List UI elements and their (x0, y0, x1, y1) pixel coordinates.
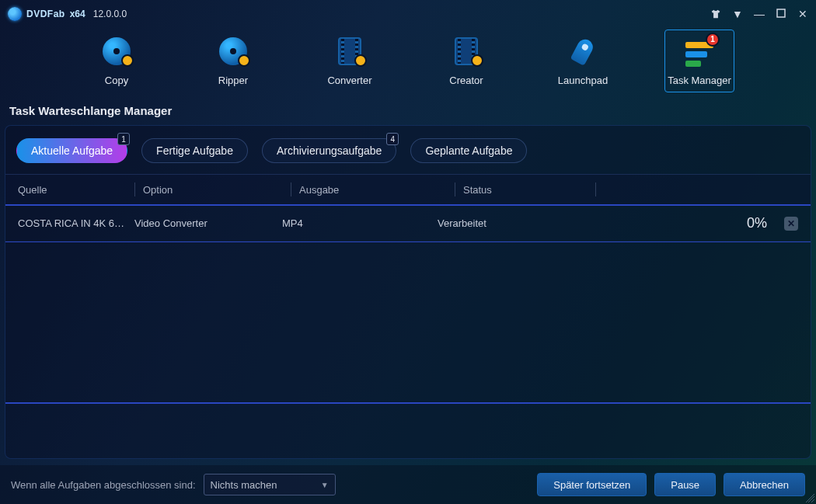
tab-done-label: Fertige Aufgabe (156, 144, 233, 157)
select-value: Nichts machen (211, 479, 277, 491)
maximize-icon[interactable] (776, 9, 786, 19)
tab-scheduled[interactable]: Geplante Aufgabe (410, 138, 527, 163)
app-logo: DVDFab x64 (8, 7, 85, 21)
row-remove-button[interactable]: ✕ (784, 217, 798, 231)
nav-task-manager-label: Task Manager (668, 75, 731, 86)
pause-button[interactable]: Pause (654, 473, 716, 496)
nav-ripper[interactable]: Ripper (198, 30, 268, 92)
disc-ripper-icon (218, 36, 249, 67)
close-icon[interactable]: ✕ (797, 9, 808, 19)
task-panel: Aktuelle Aufgabe 1 Fertige Aufgabe Archi… (5, 125, 811, 459)
film-creator-icon (451, 36, 482, 67)
footer: Wenn alle Aufgaben abgeschlossen sind: N… (0, 465, 816, 504)
footer-label: Wenn alle Aufgaben abgeschlossen sind: (11, 479, 196, 491)
nav-converter[interactable]: Converter (315, 30, 385, 92)
tab-current-label: Aktuelle Aufgabe (31, 144, 113, 157)
resume-later-button[interactable]: Später fortsetzen (537, 473, 647, 496)
table-header: Quelle Option Ausgabe Status (5, 174, 811, 204)
tab-current-badge: 1 (117, 133, 130, 145)
row-status: Verarbeitet (438, 217, 570, 229)
tab-archive-badge: 4 (386, 133, 399, 145)
resize-grip[interactable] (805, 493, 814, 502)
nav-launchpad-label: Launchpad (558, 75, 608, 86)
film-converter-icon (334, 36, 365, 67)
col-status: Status (463, 184, 595, 196)
row-source: COSTA RICA IN 4K 60… (18, 217, 134, 229)
tab-done[interactable]: Fertige Aufgabe (141, 138, 248, 163)
task-tabs: Aktuelle Aufgabe 1 Fertige Aufgabe Archi… (5, 126, 811, 174)
row-output: MP4 (282, 217, 438, 229)
app-edition: x64 (70, 9, 85, 19)
task-badge: 1 (706, 33, 720, 47)
nav-copy-label: Copy (105, 75, 128, 86)
nav-creator-label: Creator (449, 75, 483, 86)
row-progress: 0% (747, 215, 767, 231)
tab-archive[interactable]: Archivierungsaufgabe 4 (262, 138, 396, 163)
col-option: Option (143, 184, 291, 196)
col-output: Ausgabe (299, 184, 455, 196)
nav-converter-label: Converter (327, 75, 371, 86)
rocket-icon (567, 36, 598, 67)
nav-creator[interactable]: Creator (431, 30, 501, 92)
chevron-down-icon: ▼ (321, 481, 329, 489)
table-row[interactable]: COSTA RICA IN 4K 60… Video Converter MP4… (5, 206, 811, 242)
tab-archive-label: Archivierungsaufgabe (277, 144, 382, 157)
app-brand: DVDFab (26, 9, 65, 19)
disc-icon (101, 36, 132, 67)
app-logo-icon (8, 7, 22, 21)
col-source: Quelle (18, 184, 134, 196)
top-nav: Copy Ripper Converter Creator Launchpad … (0, 28, 816, 98)
svg-rect-0 (777, 9, 785, 17)
title-bar: DVDFab x64 12.0.0.0 ▼ — ✕ (0, 0, 816, 28)
nav-ripper-label: Ripper (218, 75, 248, 86)
tab-current[interactable]: Aktuelle Aufgabe 1 (16, 138, 127, 163)
dropdown-icon[interactable]: ▼ (732, 9, 743, 19)
nav-task-manager[interactable]: 1 Task Manager (664, 30, 734, 92)
table-body: COSTA RICA IN 4K 60… Video Converter MP4… (5, 204, 811, 242)
minimize-icon[interactable]: — (754, 9, 765, 19)
window-controls: ▼ — ✕ (710, 9, 808, 19)
cancel-button[interactable]: Abbrechen (724, 473, 805, 496)
row-option: Video Converter (134, 217, 282, 229)
tasks-icon: 1 (684, 36, 715, 67)
app-version: 12.0.0.0 (93, 9, 127, 19)
tshirt-icon[interactable] (710, 9, 721, 19)
after-complete-select[interactable]: Nichts machen ▼ (204, 474, 336, 495)
page-title: Task Warteschlange Manager (0, 98, 816, 125)
tab-scheduled-label: Geplante Aufgabe (425, 144, 512, 157)
nav-launchpad[interactable]: Launchpad (548, 30, 618, 92)
nav-copy[interactable]: Copy (82, 30, 152, 92)
